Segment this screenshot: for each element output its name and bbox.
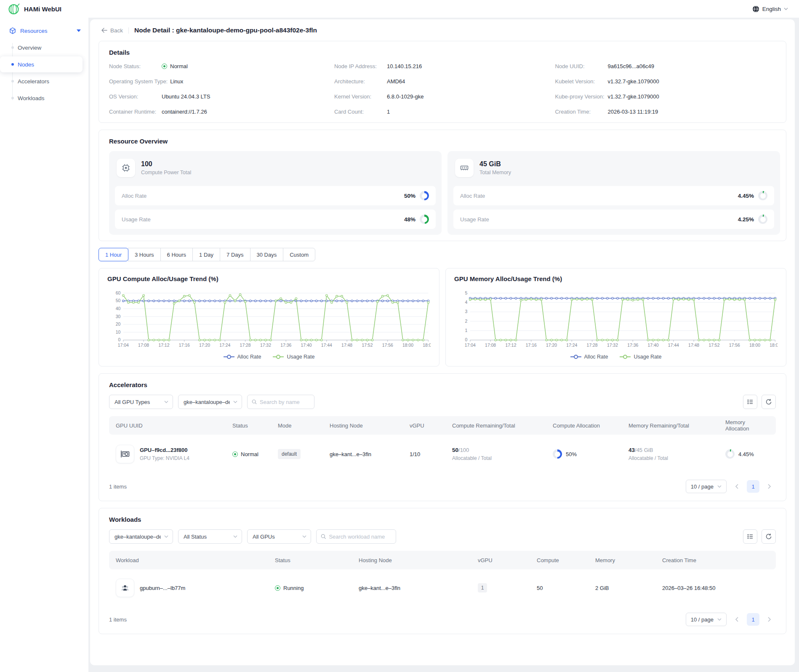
next-page-button[interactable] — [763, 480, 776, 493]
workload-status-select[interactable]: All Status — [178, 529, 242, 544]
sidebar-item-accelerators[interactable]: Accelerators — [0, 73, 83, 89]
alloc-rate-gauge — [420, 191, 429, 200]
next-page-button[interactable] — [763, 613, 776, 626]
compute-remaining-cell: 50/100 Allocatable / Total — [445, 447, 546, 461]
details-grid: Node Status: Normal Node IP Address: 10.… — [109, 63, 776, 115]
page-number[interactable]: 1 — [747, 613, 759, 626]
refresh-button[interactable] — [762, 529, 776, 544]
tab-1-day[interactable]: 1 Day — [192, 248, 220, 261]
sidebar-item-label: Overview — [18, 45, 41, 51]
tab-custom[interactable]: Custom — [283, 248, 315, 261]
refresh-button[interactable] — [762, 395, 776, 409]
prev-page-button[interactable] — [730, 613, 743, 626]
compute-usage-rate-value: 48% — [404, 216, 415, 223]
sidebar: Resources Overview Nodes Accelerators Wo… — [0, 18, 88, 672]
top-bar: HAMi WebUI English — [0, 0, 799, 18]
workloads-title: Workloads — [109, 516, 776, 523]
tab-3-hours[interactable]: 3 Hours — [128, 248, 161, 261]
svg-text:17:08: 17:08 — [138, 343, 149, 348]
detail-os-version: OS Version: Ubuntu 24.04.3 LTS — [109, 93, 334, 100]
gpu-type-select[interactable]: All GPU Types — [109, 395, 173, 409]
page-number[interactable]: 1 — [747, 480, 759, 493]
workload-icon — [116, 579, 134, 597]
page-size-select[interactable]: 10 / page — [686, 613, 727, 626]
resources-icon — [9, 27, 16, 34]
svg-text:18:00: 18:00 — [402, 343, 413, 348]
legend-item[interactable]: Alloc Rate — [224, 354, 261, 360]
sidebar-item-label: Accelerators — [18, 78, 49, 85]
svg-text:50: 50 — [116, 298, 121, 303]
workload-creation-time: 2026–03–26 16:48:50 — [655, 585, 776, 591]
svg-text:18:00: 18:00 — [749, 343, 760, 348]
workload-table-row[interactable]: gpuburn–...–lb77m Running gke–kant...e–3… — [109, 569, 776, 606]
back-button[interactable]: Back — [101, 27, 123, 34]
sidebar-item-workloads[interactable]: Workloads — [0, 90, 83, 106]
workload-search-input[interactable] — [329, 534, 392, 540]
column-settings-button[interactable] — [743, 395, 757, 409]
search-icon — [321, 534, 326, 539]
usage-rate-gauge — [758, 215, 767, 224]
tab-1-hour[interactable]: 1 Hour — [99, 248, 128, 261]
tab-6-hours[interactable]: 6 Hours — [160, 248, 193, 261]
compute-allocation-cell: 50% — [546, 449, 622, 459]
sidebar-section-resources[interactable]: Resources — [0, 24, 88, 38]
workload-memory: 2 GiB — [589, 585, 655, 591]
chart-legend: Alloc RateUsage Rate — [107, 354, 431, 360]
chevron-left-icon — [735, 484, 738, 489]
chevron-down-icon — [784, 8, 788, 10]
accelerators-filters: All GPU Types gke–kantaloupe–de... — [109, 395, 776, 409]
gpu-compute-trend-chart: GPU Compute Alloc/Usage Trend (%) 010203… — [99, 268, 439, 367]
sidebar-item-nodes[interactable]: Nodes — [0, 56, 83, 72]
legend-item[interactable]: Usage Rate — [273, 354, 314, 360]
gpu-uuid[interactable]: GPU–f9cd...23f800 — [140, 447, 189, 453]
workload-status: Running — [283, 585, 304, 591]
tab-7-days[interactable]: 7 Days — [220, 248, 250, 261]
status-running-icon — [275, 585, 280, 591]
caret-down-icon — [77, 29, 81, 32]
detail-card-count: Card Count: 1 — [334, 109, 555, 115]
chart-title: GPU Compute Alloc/Usage Trend (%) — [107, 275, 431, 282]
items-count: 1 items — [109, 483, 127, 490]
language-switcher[interactable]: English — [752, 5, 799, 13]
compute-overview-card: 100 Compute Power Total Alloc Rate 50% — [109, 151, 442, 235]
compute-alloc-rate-value: 50% — [404, 193, 415, 199]
bullet-icon — [11, 63, 14, 66]
svg-text:5: 5 — [465, 291, 467, 295]
divider — [128, 27, 129, 34]
sidebar-item-label: Workloads — [18, 95, 45, 101]
resource-overview-grid: 100 Compute Power Total Alloc Rate 50% — [109, 151, 780, 235]
detail-node-ip: Node IP Address: 10.140.15.216 — [334, 63, 555, 69]
svg-text:17:32: 17:32 — [260, 343, 271, 348]
node-select[interactable]: gke–kantaloupe–de... — [178, 395, 242, 409]
detail-os-type: Operating System Type: Linux — [109, 78, 334, 85]
page-size-select[interactable]: 10 / page — [686, 480, 727, 493]
legend-item[interactable]: Usage Rate — [620, 354, 661, 360]
tab-30-days[interactable]: 30 Days — [250, 248, 284, 261]
legend-item[interactable]: Alloc Rate — [570, 354, 608, 360]
main-area: Back Node Detail : gke-kantaloupe-demo-g… — [88, 18, 799, 672]
legend-label: Alloc Rate — [237, 354, 261, 360]
legend-marker-icon — [273, 354, 284, 359]
column-settings-button[interactable] — [743, 529, 757, 544]
hami-logo-icon — [8, 3, 20, 15]
search-icon — [252, 399, 257, 405]
workloads-filters: gke–kantaloupe–de... All Status All GPUs — [109, 529, 776, 544]
detail-kernel-version: Kernel Version: 6.8.0-1029-gke — [334, 93, 555, 100]
svg-text:17:24: 17:24 — [566, 343, 577, 348]
accelerator-table-row[interactable]: GPU–f9cd...23f800 GPU Type: NVIDIA L4 No… — [109, 435, 776, 473]
workload-node-select[interactable]: gke–kantaloupe–de... — [109, 529, 173, 544]
gpu-memory-trend-chart: GPU Memory Alloc/Usage Trend (%) 0123451… — [445, 268, 786, 367]
svg-text:17:48: 17:48 — [341, 343, 352, 348]
sidebar-item-overview[interactable]: Overview — [0, 40, 83, 56]
compute-total-label: Compute Power Total — [141, 170, 191, 175]
svg-text:17:16: 17:16 — [179, 343, 190, 348]
workload-gpus-select[interactable]: All GPUs — [247, 529, 311, 544]
time-range-tabs: 1 Hour 3 Hours 6 Hours 1 Day 7 Days 30 D… — [99, 248, 786, 261]
prev-page-button[interactable] — [730, 480, 743, 493]
svg-text:17:40: 17:40 — [648, 343, 659, 348]
workload-name[interactable]: gpuburn–...–lb77m — [140, 585, 185, 591]
accelerator-search-input[interactable] — [260, 399, 310, 405]
svg-text:17:32: 17:32 — [607, 343, 618, 348]
chevron-right-icon — [768, 484, 771, 489]
memory-icon — [455, 159, 474, 177]
